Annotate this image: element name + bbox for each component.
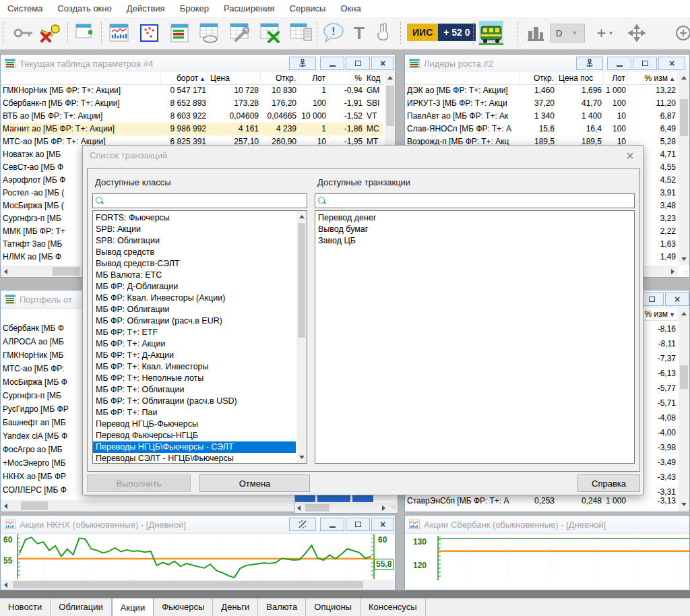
class-list-item[interactable]: МБ ФР: Т+: Неполные лоты — [93, 373, 296, 384]
resize-grip[interactable]: ⁙ — [683, 269, 688, 276]
table-row[interactable]: Сбербанк-п [МБ ФР: Т+: Акции]8 652 89317… — [1, 97, 383, 110]
scatter-window-icon[interactable] — [137, 21, 162, 45]
class-list-item[interactable]: МБ ФР: Облигации (расч.в EUR) — [93, 315, 296, 327]
class-list-item[interactable]: МБ ФР: Облигации — [93, 304, 296, 315]
resize-grip[interactable]: ⁙ — [391, 504, 396, 511]
dialog-close-button[interactable]: ✕ — [623, 148, 637, 163]
key-icon[interactable] — [11, 21, 36, 45]
iis-badge[interactable]: ИИС + 52 0 — [407, 24, 476, 41]
class-list-item[interactable]: FORTS: Фьючерсы — [93, 212, 296, 224]
class-list-item[interactable]: МБ ФР: Т+: Облигации — [93, 384, 296, 396]
classes-search[interactable] — [92, 193, 307, 208]
table-header-row[interactable]: Откр.Цена посЛот% изм▲ — [405, 72, 678, 85]
menu-item[interactable]: Сервисы — [282, 3, 334, 13]
class-list-item[interactable]: Вывод средств — [93, 247, 296, 258]
class-list-item[interactable]: МБ ФР: Т+: Паи — [93, 407, 296, 419]
anchor-button[interactable] — [289, 57, 316, 70]
class-list-item[interactable]: МБ ФР: Т+: Квал. Инвесторы — [93, 361, 296, 373]
class-list-item[interactable]: Переводы СЭЛТ - НГЦБ\Фьючерсы — [93, 453, 296, 464]
menu-item[interactable]: Создать окно — [50, 3, 119, 13]
class-list-item[interactable]: МБ ФР: Т+: Облигации (расч.в USD) — [93, 396, 296, 407]
class-list-item[interactable]: SPB: Облигации — [93, 235, 296, 247]
table-row[interactable]: ГМКНорНик [МБ ФР: Т+: Акции]0 547 17110 … — [1, 84, 383, 97]
minimize-button[interactable] — [607, 57, 631, 70]
dialog-titlebar[interactable]: Список транзакций ✕ — [83, 146, 643, 164]
class-list-item[interactable]: МБ ФР: Квал. Инвесторы (Акции) — [93, 292, 296, 304]
tab-item[interactable]: Фьючерсы — [154, 598, 213, 616]
minimize-button[interactable] — [320, 518, 344, 531]
table-row[interactable]: ПавлАвт ао [МБ ФР: Т+: Ак1 3401 400106,8… — [405, 110, 678, 123]
menu-item[interactable]: Окна — [333, 3, 368, 13]
menu-item[interactable]: Система — [0, 3, 50, 13]
transactions-search[interactable] — [315, 193, 635, 208]
tab-item[interactable]: Облигации — [51, 598, 111, 616]
tab-item[interactable]: Новости — [0, 598, 51, 616]
move-icon[interactable] — [624, 21, 650, 45]
menu-item[interactable]: Брокер — [172, 3, 216, 13]
params-header[interactable]: борот▲Цена последОткр.Лот% измен.зКод — [1, 72, 383, 85]
minimize-button[interactable] — [320, 57, 344, 70]
interval-select[interactable]: D ▼ — [550, 24, 585, 42]
table-copy-icon[interactable] — [288, 21, 314, 45]
class-list-item[interactable]: МБ ФР: Т+: ETF — [93, 327, 296, 338]
vertical-scrollbar[interactable] — [296, 211, 307, 463]
tab-item[interactable]: Консенсусы — [360, 598, 426, 616]
table-row[interactable]: СтаврЭнСбп [МБ ФР: Т+: А0,2530,2481 000-… — [405, 495, 678, 507]
maximize-button[interactable] — [346, 518, 370, 531]
anchor-button[interactable] — [576, 57, 603, 70]
tab-item[interactable]: Деньги — [213, 598, 258, 616]
horizontal-scrollbar[interactable]: ⁙ — [294, 503, 398, 513]
table-row[interactable]: Магнит ао [МБ ФР: Т+: Акции]9 986 9924 1… — [1, 123, 383, 135]
table-row[interactable]: Слав-ЯНОСп [МБ ФР: Т+: А15,616,41006,49 — [405, 123, 678, 135]
maximize-button[interactable] — [633, 57, 657, 70]
chart-window-icon[interactable] — [106, 21, 132, 45]
horizontal-scrollbar[interactable] — [1, 580, 395, 590]
train-icon[interactable] — [478, 21, 504, 45]
help-button[interactable]: Справка — [577, 474, 640, 492]
transaction-list-item[interactable]: Перевод денег — [315, 212, 634, 224]
table-header-row[interactable]: борот▲Цена последОткр.Лот% измен.зКод — [1, 72, 383, 85]
cancel-button[interactable]: Отмена — [199, 474, 310, 492]
classes-search-input[interactable] — [106, 194, 307, 208]
key-delete-icon[interactable] — [38, 21, 63, 45]
table-settings-icon[interactable] — [228, 21, 253, 45]
class-list-item[interactable]: Перевод НГЦБ-Фьючерсы — [93, 419, 296, 430]
maximize-button[interactable] — [346, 57, 370, 70]
alert-bubble-icon[interactable]: ! — [321, 21, 346, 45]
zoom-in-icon[interactable] — [674, 21, 690, 45]
hand-icon[interactable] — [371, 21, 396, 45]
close-button[interactable]: × — [371, 518, 394, 531]
class-list-item[interactable]: МБ ФР: Т+: Акции — [93, 338, 296, 350]
chart-sber-titlebar[interactable]: Акции Сбербанк (обыкновенные) - [Дневной… — [405, 516, 689, 534]
vertical-scrollbar[interactable] — [679, 308, 689, 512]
add-icon[interactable]: + ▼ — [590, 21, 620, 45]
table-deal-icon[interactable] — [197, 21, 223, 45]
close-button[interactable]: × — [658, 57, 685, 70]
tab-item[interactable]: Валюта — [258, 598, 306, 616]
leaders-header[interactable]: Откр.Цена посЛот% изм▲ — [405, 72, 678, 85]
class-list-item[interactable]: Переводы НГЦБ\Фьючерсы - СЭЛТ — [93, 441, 296, 453]
leaders-titlebar[interactable]: Лидеры роста #2 × — [405, 55, 689, 73]
table-row[interactable]: ДЭК ао [МБ ФР: Т+: Акции]1,4601,6961 000… — [405, 84, 678, 97]
class-list-item[interactable]: SPB: Акции — [93, 224, 296, 235]
list-window-icon[interactable] — [167, 21, 193, 45]
menu-item[interactable]: Действия — [119, 3, 172, 13]
tab-item[interactable]: Опционы — [306, 598, 360, 616]
close-button[interactable]: × — [371, 57, 394, 70]
text-icon[interactable]: T — [346, 21, 372, 45]
params-titlebar[interactable]: Текущая таблица параметров #4 × — [1, 55, 395, 73]
transaction-list-item[interactable]: Завод ЦБ — [315, 235, 634, 247]
vertical-scrollbar[interactable] — [679, 72, 689, 265]
class-list-item[interactable]: МБ Валюта: ETC — [93, 270, 296, 281]
execute-button[interactable]: Выполнить — [87, 474, 191, 492]
table-row[interactable]: ВТБ ао [МБ ФР: Т+: Акции]8 603 9220,0460… — [1, 110, 383, 123]
new-window-icon[interactable] — [73, 21, 98, 45]
menu-item[interactable]: Расширения — [216, 3, 282, 13]
class-list-item[interactable]: МБ ФР: Д-Облигации — [93, 281, 296, 292]
close-button[interactable]: × — [665, 292, 689, 306]
transaction-list-item[interactable]: Вывод бумаг — [315, 224, 634, 235]
class-list-item[interactable]: Перевод Фьючерсы-НГЦБ — [93, 430, 296, 441]
tab-active[interactable]: Акции — [112, 598, 154, 616]
transactions-search-input[interactable] — [329, 194, 634, 208]
building-icon[interactable] — [523, 21, 548, 45]
